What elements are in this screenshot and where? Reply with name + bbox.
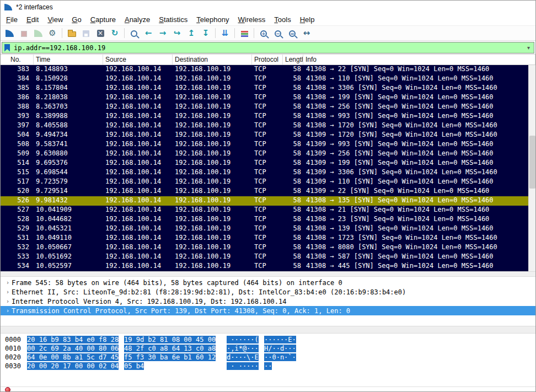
resize-columns-button[interactable] xyxy=(299,26,314,40)
packet-protocol: TCP xyxy=(252,65,283,74)
filter-dropdown-icon[interactable] xyxy=(526,45,532,51)
packet-info: 41308 → 199 [SYN] Seq=0 Win=1024 Len=0 M… xyxy=(303,93,528,103)
packet-info: 41308 → 110 [SYN] Seq=0 Win=1024 Len=0 M… xyxy=(303,74,528,84)
go-back-button[interactable] xyxy=(141,26,156,40)
packet-row[interactable]: 504 9.494734 192.168.100.14 192.168.100.… xyxy=(1,131,528,140)
go-to-first-button[interactable] xyxy=(184,26,199,40)
packet-row[interactable]: 520 9.729514 192.168.100.14 192.168.100.… xyxy=(1,187,528,196)
packet-no: 385 xyxy=(1,84,34,93)
menu-help[interactable]: Help xyxy=(296,14,319,25)
packet-info: 41309 → 3306 [SYN] Seq=0 Win=1024 Len=0 … xyxy=(303,168,528,178)
packet-row[interactable]: 534 10.052597 192.168.100.14 192.168.100… xyxy=(1,262,528,271)
packet-row[interactable]: 386 8.218038 192.168.100.14 192.168.100.… xyxy=(1,93,528,103)
scrollbar-thumb[interactable] xyxy=(529,136,535,189)
detail-row[interactable]: Internet Protocol Version 4, Src: 192.16… xyxy=(1,297,535,306)
packet-row[interactable]: 526 9.981432 192.168.100.14 192.168.100.… xyxy=(1,196,528,206)
hex-bytes-group2: 48 2f c0 a8 64 13 c0 a8 xyxy=(124,345,216,352)
find-packet-button[interactable] xyxy=(127,26,141,40)
open-file-button[interactable] xyxy=(65,26,79,40)
expander-chevron-icon[interactable] xyxy=(4,308,12,314)
packet-protocol: TCP xyxy=(252,215,283,224)
packet-length: 58 xyxy=(283,74,303,84)
start-capture-button[interactable] xyxy=(2,26,17,40)
menu-capture[interactable]: Capture xyxy=(86,14,120,25)
packet-row[interactable]: 529 10.045321 192.168.100.14 192.168.100… xyxy=(1,224,528,234)
packet-row[interactable]: 532 10.050667 192.168.100.14 192.168.100… xyxy=(1,243,528,253)
detail-row[interactable]: Frame 545: 58 bytes on wire (464 bits), … xyxy=(1,278,535,287)
menu-file[interactable]: File xyxy=(2,14,22,25)
hex-row[interactable]: 0010 00 2c 69 2a 40 00 80 06 48 2f c0 a8… xyxy=(1,345,535,353)
expert-info-icon[interactable] xyxy=(5,387,10,392)
display-filter-input[interactable] xyxy=(14,44,526,52)
menu-tools[interactable]: Tools xyxy=(270,14,295,25)
packet-length: 58 xyxy=(283,149,303,159)
packet-row[interactable]: 514 9.695376 192.168.100.14 192.168.100.… xyxy=(1,159,528,168)
menu-statistics[interactable]: Statistics xyxy=(154,14,192,25)
auto-scroll-button[interactable] xyxy=(218,26,232,40)
column-header-destination[interactable]: Destination xyxy=(173,55,252,65)
packet-list-scrollbar[interactable] xyxy=(528,65,535,271)
detail-row[interactable]: Transmission Control Protocol, Src Port:… xyxy=(1,306,535,315)
column-header-info[interactable]: Info xyxy=(303,55,535,65)
packet-row[interactable]: 384 8.150928 192.168.100.14 192.168.100.… xyxy=(1,74,528,84)
packet-destination: 192.168.100.19 xyxy=(173,253,252,262)
go-to-first-icon xyxy=(187,29,196,37)
display-filter-field[interactable] xyxy=(2,42,534,53)
menu-go[interactable]: Go xyxy=(67,14,85,25)
packet-row[interactable]: 533 10.051692 192.168.100.14 192.168.100… xyxy=(1,253,528,262)
column-header-no[interactable]: No. xyxy=(1,55,34,65)
menu-telephony[interactable]: Telephony xyxy=(192,14,233,25)
packet-row[interactable]: 383 8.148893 192.168.100.14 192.168.100.… xyxy=(1,65,528,74)
zoom-original-button[interactable] xyxy=(285,26,299,40)
packet-time: 10.044682 xyxy=(34,215,103,224)
hex-row[interactable]: 0000 20 16 b9 83 b4 e0 f8 28 19 9d b2 81… xyxy=(1,336,535,345)
reload-file-button[interactable] xyxy=(108,26,122,40)
close-file-button[interactable] xyxy=(93,26,108,40)
colorize-packets-button[interactable] xyxy=(237,26,251,40)
go-forward-icon xyxy=(158,29,167,37)
packet-row[interactable]: 388 8.363703 192.168.100.14 192.168.100.… xyxy=(1,103,528,112)
menu-view[interactable]: View xyxy=(43,14,67,25)
zoom-out-button[interactable] xyxy=(271,26,285,40)
packet-row[interactable]: 531 10.049110 192.168.100.14 192.168.100… xyxy=(1,234,528,243)
column-header-length[interactable]: Length xyxy=(283,55,303,65)
capture-options-button[interactable] xyxy=(45,26,60,40)
packet-row[interactable]: 509 9.630880 192.168.100.14 192.168.100.… xyxy=(1,149,528,159)
hex-offset: 0030 xyxy=(5,362,21,370)
hex-offset: 0020 xyxy=(5,353,21,361)
find-packet-icon xyxy=(131,30,137,37)
packet-info: 41309 → 22 [SYN] Seq=0 Win=1024 Len=0 MS… xyxy=(303,187,528,196)
packet-row[interactable]: 528 10.044682 192.168.100.14 192.168.100… xyxy=(1,215,528,224)
packet-protocol: TCP xyxy=(252,131,283,140)
hex-row[interactable]: 0030 20 00 20 17 00 00 02 04 05 b4 · ···… xyxy=(1,362,535,371)
packet-row[interactable]: 515 9.698544 192.168.100.14 192.168.100.… xyxy=(1,168,528,178)
menu-wireless[interactable]: Wireless xyxy=(234,14,270,25)
packet-protocol: TCP xyxy=(252,74,283,84)
packet-row[interactable]: 527 10.041909 192.168.100.14 192.168.100… xyxy=(1,206,528,215)
menu-edit[interactable]: Edit xyxy=(22,14,43,25)
packet-row[interactable]: 508 9.583741 192.168.100.14 192.168.100.… xyxy=(1,140,528,149)
column-header-source[interactable]: Source xyxy=(103,55,173,65)
packet-row[interactable]: 385 8.157804 192.168.100.14 192.168.100.… xyxy=(1,84,528,93)
details-bytes-splitter[interactable] xyxy=(1,326,535,334)
go-to-last-icon xyxy=(201,29,210,37)
list-details-splitter[interactable] xyxy=(1,271,535,277)
hex-bytes-group1: 64 0e 00 8b a1 5c d7 45 xyxy=(27,353,119,361)
packet-row[interactable]: 397 8.405588 192.168.100.14 192.168.100.… xyxy=(1,121,528,131)
expander-chevron-icon[interactable] xyxy=(4,289,12,295)
expander-chevron-icon[interactable] xyxy=(4,280,12,286)
zoom-in-button[interactable] xyxy=(256,26,271,40)
go-to-last-button[interactable] xyxy=(199,26,213,40)
expander-chevron-icon[interactable] xyxy=(4,298,12,304)
packet-row[interactable]: 517 9.723579 192.168.100.14 192.168.100.… xyxy=(1,178,528,187)
menu-analyze[interactable]: Analyze xyxy=(120,14,154,25)
column-header-protocol[interactable]: Protocol xyxy=(252,55,283,65)
packet-row[interactable]: 393 8.389988 192.168.100.14 192.168.100.… xyxy=(1,112,528,121)
packet-info: 41308 → 256 [SYN] Seq=0 Win=1024 Len=0 M… xyxy=(303,103,528,112)
hex-row[interactable]: 0020 64 0e 00 8b a1 5c d7 45 f5 f3 30 ba… xyxy=(1,353,535,362)
go-to-packet-button[interactable] xyxy=(170,26,184,40)
detail-row[interactable]: Ethernet II, Src: LiteonTe_9d:b2:81 (f8:… xyxy=(1,287,535,297)
go-forward-button[interactable] xyxy=(156,26,170,40)
column-header-time[interactable]: Time xyxy=(34,55,103,65)
filter-bookmark-icon[interactable] xyxy=(4,44,10,52)
